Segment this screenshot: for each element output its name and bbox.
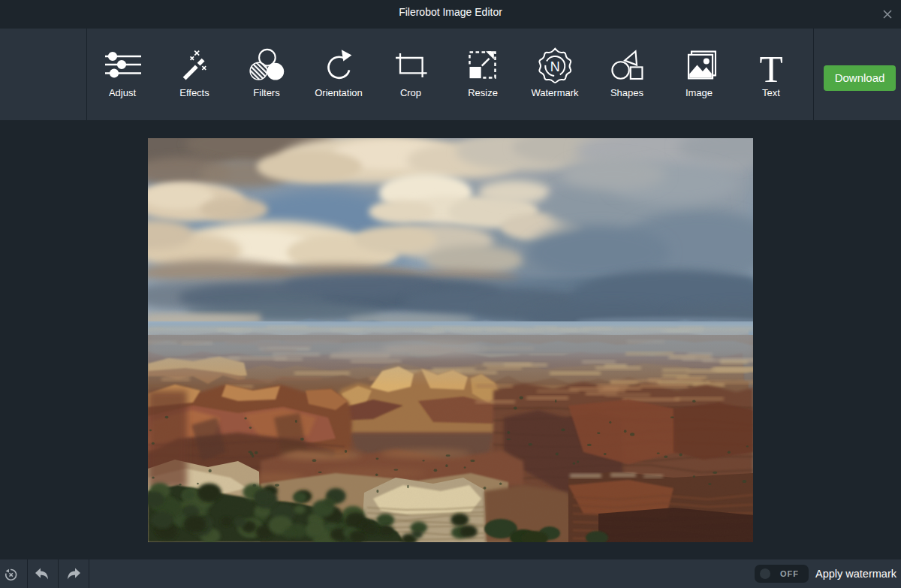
svg-text:N: N xyxy=(550,59,560,74)
svg-text:T: T xyxy=(759,48,782,84)
